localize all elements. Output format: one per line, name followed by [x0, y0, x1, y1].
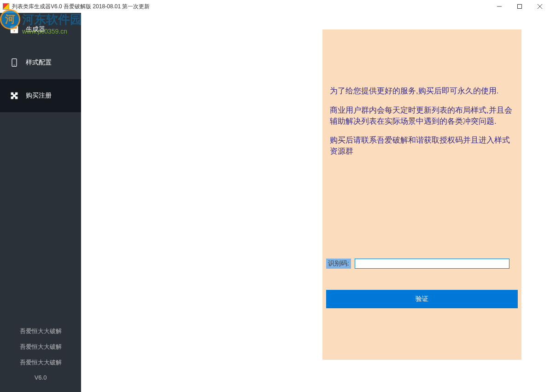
svg-rect-1	[518, 5, 522, 9]
sidebar-item-purchase[interactable]: 购买注册	[0, 79, 81, 112]
panel-description: 为了给您提供更好的服务,购买后即可永久的使用. 商业用户群内会每天定时更新列表的…	[322, 29, 521, 157]
footer-credit-3: 吾爱恒大大破解	[0, 355, 81, 370]
sidebar-item-label: 购买注册	[26, 92, 52, 100]
titlebar: 列表类库生成器V6.0 吾爱破解版 2018-08.01 第一次更新	[0, 0, 550, 13]
window-title: 列表类库生成器V6.0 吾爱破解版 2018-08.01 第一次更新	[12, 3, 150, 11]
sidebar: 生成器 样式配置 购买注册 吾爱恒大大破解 吾爱恒大大破解 吾爱恒大大破解 V6…	[0, 13, 81, 392]
sidebar-item-style[interactable]: 样式配置	[0, 46, 81, 79]
close-button[interactable]	[530, 0, 550, 13]
sidebar-footer: 吾爱恒大大破解 吾爱恒大大破解 吾爱恒大大破解 V6.0	[0, 323, 81, 392]
purchase-panel: 为了给您提供更好的服务,购买后即可永久的使用. 商业用户群内会每天定时更新列表的…	[322, 29, 521, 360]
minimize-button[interactable]	[489, 0, 509, 13]
svg-rect-5	[12, 27, 17, 29]
id-code-input[interactable]	[355, 259, 509, 269]
sidebar-item-generator[interactable]: 生成器	[0, 13, 81, 46]
svg-rect-4	[11, 26, 18, 34]
sidebar-item-label: 样式配置	[26, 58, 52, 67]
panel-paragraph-1: 为了给您提供更好的服务,购买后即可永久的使用.	[330, 86, 514, 97]
window-controls	[489, 0, 550, 13]
verify-button[interactable]: 验证	[326, 290, 518, 308]
verify-button-label: 验证	[415, 295, 428, 303]
main-content: 为了给您提供更好的服务,购买后即可永久的使用. 商业用户群内会每天定时更新列表的…	[81, 13, 550, 392]
panel-paragraph-2: 商业用户群内会每天定时更新列表的布局样式,并且会辅助解决列表在实际场景中遇到的各…	[330, 105, 514, 127]
app-icon	[3, 3, 9, 10]
puzzle-icon	[9, 91, 19, 101]
generator-icon	[9, 24, 19, 35]
id-code-row: 识别码:	[322, 259, 521, 269]
style-icon	[9, 58, 19, 68]
panel-paragraph-3: 购买后请联系吾爱破解和谐获取授权码并且进入样式资源群	[330, 135, 514, 157]
id-code-label: 识别码:	[326, 259, 351, 269]
footer-version: V6.0	[0, 370, 81, 385]
footer-credit-2: 吾爱恒大大破解	[0, 339, 81, 355]
svg-rect-7	[13, 65, 15, 65]
maximize-button[interactable]	[509, 0, 530, 13]
footer-credit-1: 吾爱恒大大破解	[0, 323, 81, 339]
sidebar-item-label: 生成器	[26, 25, 45, 34]
